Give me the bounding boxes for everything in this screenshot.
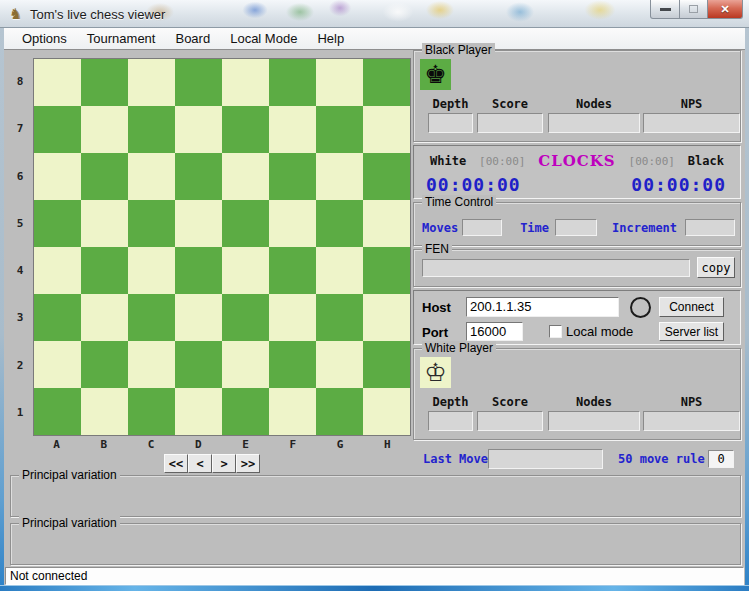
square-f6[interactable] xyxy=(269,153,316,200)
square-f5[interactable] xyxy=(269,200,316,247)
square-a4[interactable] xyxy=(34,247,81,294)
square-e7[interactable] xyxy=(222,106,269,153)
square-h4[interactable] xyxy=(363,247,410,294)
square-f7[interactable] xyxy=(269,106,316,153)
black-nodes-label: Nodes xyxy=(548,97,640,112)
menu-board[interactable]: Board xyxy=(165,28,220,49)
principal-variation-black-group: Principal variation xyxy=(10,523,741,565)
increment-field[interactable] xyxy=(685,219,735,236)
clocks-panel: White [00:00] CLOCKS [00:00] Black 00:00… xyxy=(413,145,741,199)
menu-help[interactable]: Help xyxy=(307,28,354,49)
square-e4[interactable] xyxy=(222,247,269,294)
square-b2[interactable] xyxy=(81,341,128,388)
square-c4[interactable] xyxy=(128,247,175,294)
square-g3[interactable] xyxy=(316,294,363,341)
square-c1[interactable] xyxy=(128,388,175,435)
square-c3[interactable] xyxy=(128,294,175,341)
time-label: Time xyxy=(520,221,549,235)
port-input[interactable]: 16000 xyxy=(466,322,523,341)
square-c8[interactable] xyxy=(128,59,175,106)
maximize-icon xyxy=(689,5,698,13)
local-mode-checkbox[interactable] xyxy=(549,325,562,338)
rank-label-7: 7 xyxy=(10,105,30,152)
square-h3[interactable] xyxy=(363,294,410,341)
square-b5[interactable] xyxy=(81,200,128,247)
square-h5[interactable] xyxy=(363,200,410,247)
square-g2[interactable] xyxy=(316,341,363,388)
square-c6[interactable] xyxy=(128,153,175,200)
square-d2[interactable] xyxy=(175,341,222,388)
square-a1[interactable] xyxy=(34,388,81,435)
square-b3[interactable] xyxy=(81,294,128,341)
square-c7[interactable] xyxy=(128,106,175,153)
menu-local-mode[interactable]: Local Mode xyxy=(220,28,307,49)
app-window: ♞ Tom's live chess viewer ✕ Options Tour… xyxy=(0,0,749,591)
square-e6[interactable] xyxy=(222,153,269,200)
rank-label-3: 3 xyxy=(10,294,30,341)
nav-first-button[interactable]: << xyxy=(164,454,188,473)
square-a7[interactable] xyxy=(34,106,81,153)
host-input[interactable]: 200.1.1.35 xyxy=(466,297,619,317)
white-player-label: White Player xyxy=(422,341,496,355)
square-g6[interactable] xyxy=(316,153,363,200)
square-b4[interactable] xyxy=(81,247,128,294)
square-d7[interactable] xyxy=(175,106,222,153)
square-h2[interactable] xyxy=(363,341,410,388)
square-f3[interactable] xyxy=(269,294,316,341)
square-b8[interactable] xyxy=(81,59,128,106)
menu-options[interactable]: Options xyxy=(12,28,77,49)
square-f2[interactable] xyxy=(269,341,316,388)
square-b1[interactable] xyxy=(81,388,128,435)
moves-field[interactable] xyxy=(462,219,502,236)
square-h1[interactable] xyxy=(363,388,410,435)
server-list-button[interactable]: Server list xyxy=(659,322,724,341)
square-g4[interactable] xyxy=(316,247,363,294)
square-c2[interactable] xyxy=(128,341,175,388)
square-a5[interactable] xyxy=(34,200,81,247)
square-d5[interactable] xyxy=(175,200,222,247)
square-g8[interactable] xyxy=(316,59,363,106)
copy-button[interactable]: copy xyxy=(697,257,735,278)
square-f8[interactable] xyxy=(269,59,316,106)
square-e2[interactable] xyxy=(222,341,269,388)
square-a2[interactable] xyxy=(34,341,81,388)
time-field[interactable] xyxy=(555,219,597,236)
chess-board[interactable] xyxy=(33,58,411,436)
connect-button[interactable]: Connect xyxy=(659,297,724,317)
square-d1[interactable] xyxy=(175,388,222,435)
white-nodes-label: Nodes xyxy=(548,395,640,410)
square-d3[interactable] xyxy=(175,294,222,341)
square-a6[interactable] xyxy=(34,153,81,200)
nav-prev-button[interactable]: < xyxy=(188,454,212,473)
square-e5[interactable] xyxy=(222,200,269,247)
square-c5[interactable] xyxy=(128,200,175,247)
square-g7[interactable] xyxy=(316,106,363,153)
square-h6[interactable] xyxy=(363,153,410,200)
square-a8[interactable] xyxy=(34,59,81,106)
last-move-field xyxy=(488,449,603,469)
square-g1[interactable] xyxy=(316,388,363,435)
black-depth-field xyxy=(428,113,473,133)
square-e3[interactable] xyxy=(222,294,269,341)
square-f4[interactable] xyxy=(269,247,316,294)
title-bar[interactable]: ♞ Tom's live chess viewer ✕ xyxy=(0,0,749,28)
square-d8[interactable] xyxy=(175,59,222,106)
square-d6[interactable] xyxy=(175,153,222,200)
square-h8[interactable] xyxy=(363,59,410,106)
nav-next-button[interactable]: > xyxy=(212,454,236,473)
square-b7[interactable] xyxy=(81,106,128,153)
square-g5[interactable] xyxy=(316,200,363,247)
square-b6[interactable] xyxy=(81,153,128,200)
nav-last-button[interactable]: >> xyxy=(236,454,260,473)
square-a3[interactable] xyxy=(34,294,81,341)
square-h7[interactable] xyxy=(363,106,410,153)
square-e1[interactable] xyxy=(222,388,269,435)
close-button[interactable]: ✕ xyxy=(708,0,743,19)
maximize-button[interactable] xyxy=(680,0,708,19)
minimize-button[interactable] xyxy=(650,0,680,19)
square-d4[interactable] xyxy=(175,247,222,294)
menu-tournament[interactable]: Tournament xyxy=(77,28,166,49)
square-f1[interactable] xyxy=(269,388,316,435)
square-e8[interactable] xyxy=(222,59,269,106)
fen-field[interactable] xyxy=(422,259,690,277)
